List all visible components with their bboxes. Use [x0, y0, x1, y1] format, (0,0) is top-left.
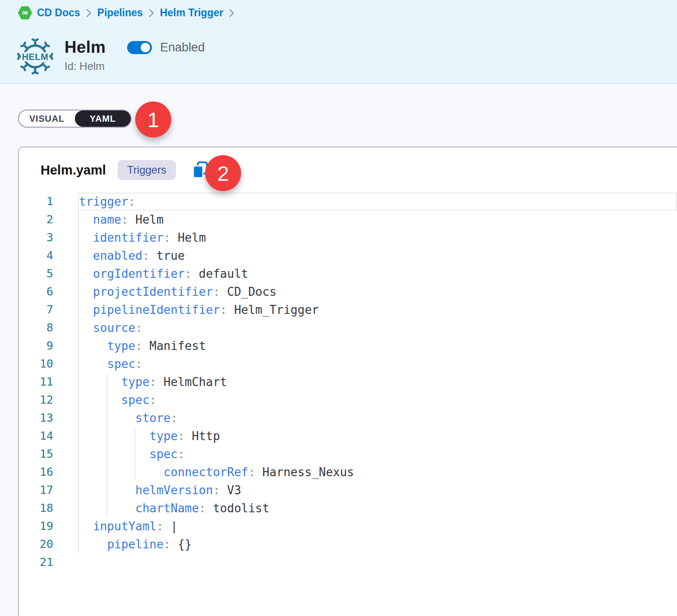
line-text[interactable]: identifier: Helm — [79, 229, 677, 247]
line-text[interactable]: spec: — [79, 391, 677, 409]
line-number: 7 — [19, 301, 53, 319]
line-text[interactable] — [79, 553, 677, 571]
indent-guide — [107, 409, 107, 427]
line-number: 19 — [19, 517, 53, 535]
code-line[interactable]: 13 store: — [19, 409, 677, 427]
indent-guide — [135, 427, 135, 445]
annotation-badge-2: 2 — [205, 155, 241, 191]
line-number: 2 — [19, 211, 53, 229]
indent-guide — [78, 283, 79, 301]
breadcrumb-chevron-icon — [228, 9, 235, 18]
line-text[interactable]: connectorRef: Harness_Nexus — [79, 463, 677, 481]
code-line[interactable]: 20 pipeline: {} — [19, 535, 677, 553]
code-line[interactable]: 10 spec: — [19, 355, 677, 373]
line-text[interactable]: orgIdentifier: default — [79, 265, 677, 283]
svg-text:HELM: HELM — [22, 52, 49, 62]
line-number: 16 — [19, 463, 53, 481]
indent-guide — [78, 373, 79, 391]
code-line[interactable]: 7 pipelineIdentifier: Helm_Trigger — [19, 301, 677, 319]
toggle-knob — [140, 42, 151, 53]
indent-guide — [107, 463, 107, 481]
code-line[interactable]: 8 source: — [19, 319, 677, 337]
indent-guide — [78, 427, 79, 445]
line-number: 4 — [19, 247, 53, 265]
breadcrumb: ∞ CD Docs Pipelines Helm Trigger — [18, 6, 235, 20]
cd-module-icon: ∞ — [18, 6, 32, 20]
code-line[interactable]: 4 enabled: true — [19, 247, 677, 265]
indent-guide — [107, 445, 107, 463]
line-text[interactable]: type: HelmChart — [79, 373, 677, 391]
line-number: 3 — [19, 229, 53, 247]
annotation-badge-1: 1 — [135, 101, 171, 138]
trigger-id-label: Id: Helm — [64, 60, 105, 73]
breadcrumb-link-pipelines[interactable]: Pipelines — [97, 7, 143, 19]
line-text[interactable]: store: — [79, 409, 677, 427]
enabled-label: Enabled — [160, 41, 205, 55]
line-number: 14 — [19, 427, 53, 445]
line-text[interactable]: enabled: true — [79, 247, 677, 265]
line-text[interactable]: spec: — [79, 355, 677, 373]
indent-guide — [78, 409, 79, 427]
indent-guide — [78, 337, 79, 355]
breadcrumb-chevron-icon — [85, 9, 92, 18]
line-text[interactable]: type: Http — [79, 427, 677, 445]
indent-guide — [78, 517, 79, 535]
line-text[interactable]: helmVersion: V3 — [79, 481, 677, 499]
line-text[interactable]: name: Helm — [79, 211, 677, 229]
line-number: 5 — [19, 265, 53, 283]
svg-text:∞: ∞ — [22, 8, 28, 17]
line-text[interactable]: chartName: todolist — [79, 499, 677, 517]
tab-yaml[interactable]: YAML — [75, 110, 131, 127]
line-text[interactable]: spec: — [79, 445, 677, 463]
line-number: 1 — [19, 193, 53, 211]
code-line[interactable]: 3 identifier: Helm — [19, 229, 677, 247]
code-line[interactable]: 19 inputYaml: | — [19, 517, 677, 535]
code-line[interactable]: 1trigger: — [19, 193, 677, 211]
code-line[interactable]: 15 spec: — [19, 445, 677, 463]
code-line[interactable]: 21 — [19, 553, 677, 571]
code-line[interactable]: 12 spec: — [19, 391, 677, 409]
line-number: 8 — [19, 319, 53, 337]
line-number: 15 — [19, 445, 53, 463]
line-text[interactable]: source: — [79, 319, 677, 337]
indent-guide — [107, 499, 107, 517]
indent-guide — [78, 319, 79, 337]
breadcrumb-link-trigger[interactable]: Helm Trigger — [160, 7, 224, 19]
line-text[interactable]: trigger: — [79, 193, 677, 211]
line-text[interactable]: pipeline: {} — [79, 535, 677, 553]
triggers-badge: Triggers — [118, 160, 176, 180]
line-text[interactable]: type: Manifest — [79, 337, 677, 355]
line-text[interactable]: projectIdentifier: CD_Docs — [79, 283, 677, 301]
enabled-toggle[interactable] — [127, 41, 152, 54]
current-line-highlight — [78, 193, 677, 211]
code-line[interactable]: 17 helmVersion: V3 — [19, 481, 677, 499]
breadcrumb-link-project[interactable]: CD Docs — [37, 7, 80, 19]
line-number: 9 — [19, 337, 53, 355]
code-line[interactable]: 9 type: Manifest — [19, 337, 677, 355]
indent-guide — [107, 427, 107, 445]
line-number: 12 — [19, 391, 53, 409]
line-number: 20 — [19, 535, 53, 553]
code-line[interactable]: 2 name: Helm — [19, 211, 677, 229]
indent-guide — [78, 265, 79, 283]
code-line[interactable]: 6 projectIdentifier: CD_Docs — [19, 283, 677, 301]
line-text[interactable]: inputYaml: | — [79, 517, 677, 535]
code-line[interactable]: 11 type: HelmChart — [19, 373, 677, 391]
code-line[interactable]: 18 chartName: todolist — [19, 499, 677, 517]
indent-guide — [78, 463, 79, 481]
page-title: Helm — [64, 38, 105, 57]
breadcrumb-chevron-icon — [148, 9, 155, 18]
code-line[interactable]: 14 type: Http — [19, 427, 677, 445]
line-number: 21 — [19, 553, 53, 571]
indent-guide — [78, 445, 79, 463]
indent-guide — [107, 391, 107, 409]
code-line[interactable]: 16 connectorRef: Harness_Nexus — [19, 463, 677, 481]
line-text[interactable]: pipelineIdentifier: Helm_Trigger — [79, 301, 677, 319]
indent-guide — [78, 355, 79, 373]
tab-visual[interactable]: VISUAL — [19, 110, 75, 127]
line-number: 13 — [19, 409, 53, 427]
code-line[interactable]: 5 orgIdentifier: default — [19, 265, 677, 283]
indent-guide — [78, 481, 79, 499]
indent-guide — [135, 445, 135, 463]
line-number: 18 — [19, 499, 53, 517]
